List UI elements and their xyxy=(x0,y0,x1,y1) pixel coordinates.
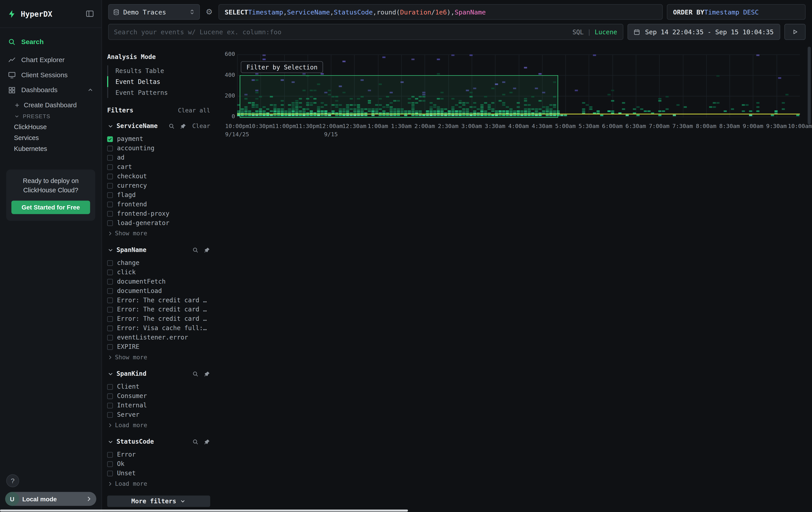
preset-clickhouse[interactable]: ClickHouse xyxy=(14,121,102,132)
run-query-button[interactable] xyxy=(784,24,806,40)
filter-checkbox-row-documentload[interactable]: documentLoad xyxy=(107,286,210,295)
help-button[interactable]: ? xyxy=(6,475,19,487)
show-more-link[interactable]: Show more xyxy=(107,352,210,362)
filter-checkbox-row-consumer[interactable]: Consumer xyxy=(107,392,210,401)
checkbox[interactable] xyxy=(107,393,113,399)
gear-icon[interactable]: ⚙ xyxy=(204,4,214,20)
search-icon[interactable] xyxy=(192,438,199,445)
filter-checkbox-row-internal[interactable]: Internal xyxy=(107,401,210,410)
search-icon[interactable] xyxy=(192,371,199,377)
analysis-mode-results-table[interactable]: Results Table xyxy=(107,65,210,76)
preset-kubernetes[interactable]: Kubernetes xyxy=(14,143,102,154)
checkbox[interactable] xyxy=(107,461,113,467)
pin-icon[interactable] xyxy=(203,438,210,445)
user-avatar[interactable]: U xyxy=(5,492,19,506)
pin-icon[interactable] xyxy=(203,246,210,253)
filter-group-title[interactable]: SpanKind xyxy=(117,370,187,378)
show-more-link[interactable]: Load more xyxy=(107,420,210,430)
filter-checkbox-row-load-generator[interactable]: load-generator xyxy=(107,218,210,227)
chevron-down-icon[interactable] xyxy=(107,123,114,129)
checkbox[interactable] xyxy=(107,201,113,207)
get-started-button[interactable]: Get Started for Free xyxy=(11,201,90,214)
filter-checkbox-row-click[interactable]: click xyxy=(107,268,210,277)
source-select[interactable]: Demo Traces xyxy=(108,4,200,20)
sidebar-item-search[interactable]: Search xyxy=(0,34,102,49)
sidebar-item-chart-explorer[interactable]: Chart Explorer xyxy=(0,52,102,68)
horizontal-scrollbar-thumb[interactable] xyxy=(0,510,408,512)
filter-checkbox-row-ok[interactable]: Ok xyxy=(107,459,210,468)
clear-group-link[interactable]: Clear xyxy=(192,123,210,130)
checkbox[interactable] xyxy=(107,452,113,457)
checkbox[interactable] xyxy=(107,384,113,389)
pin-icon[interactable] xyxy=(180,123,186,129)
sql-select-input[interactable]: SELECT Timestamp, ServiceName, StatusCod… xyxy=(219,4,663,20)
filter-group-title[interactable]: SpanName xyxy=(117,246,187,253)
checkbox[interactable] xyxy=(107,470,113,476)
analysis-mode-event-patterns[interactable]: Event Patterns xyxy=(107,87,210,98)
chevron-down-icon[interactable] xyxy=(107,371,114,377)
checkbox[interactable] xyxy=(107,306,113,312)
filter-checkbox-row-ad[interactable]: ad xyxy=(107,153,210,162)
checkbox[interactable] xyxy=(107,402,113,408)
checkbox[interactable] xyxy=(107,279,113,285)
lucene-toggle[interactable]: Lucene xyxy=(595,28,617,36)
checkbox[interactable] xyxy=(107,325,113,331)
filter-checkbox-row-change[interactable]: change xyxy=(107,258,210,268)
checkbox[interactable] xyxy=(107,344,113,350)
clear-all-link[interactable]: Clear all xyxy=(178,107,210,114)
filter-checkbox-row-expire[interactable]: EXPIRE xyxy=(107,342,210,351)
filter-group-title[interactable]: StatusCode xyxy=(117,438,187,446)
filter-checkbox-row-server[interactable]: Server xyxy=(107,410,210,420)
filter-checkbox-row-error[interactable]: Error xyxy=(107,450,210,459)
search-icon[interactable] xyxy=(192,246,199,253)
filter-checkbox-row-currency[interactable]: currency xyxy=(107,181,210,190)
filter-checkbox-row-frontend-proxy[interactable]: frontend-proxy xyxy=(107,209,210,218)
filter-by-selection-button[interactable]: Filter by Selection xyxy=(241,61,323,73)
sql-toggle[interactable]: SQL xyxy=(573,28,584,36)
pin-icon[interactable] xyxy=(203,371,210,377)
order-by-input[interactable]: ORDER BY Timestamp DESC xyxy=(667,4,806,20)
filter-checkbox-row-error-the-credit-card[interactable]: Error: The credit card (… xyxy=(107,314,210,323)
checkbox[interactable] xyxy=(107,269,113,275)
checkbox[interactable] xyxy=(107,220,113,226)
checkbox[interactable] xyxy=(107,192,113,198)
checkbox[interactable] xyxy=(107,164,113,170)
filter-checkbox-row-error-the-credit-card[interactable]: Error: The credit card (… xyxy=(107,305,210,314)
checkbox[interactable] xyxy=(107,183,113,189)
checkbox[interactable] xyxy=(107,155,113,161)
checkbox[interactable] xyxy=(107,334,113,340)
vertical-scrollbar-thumb[interactable] xyxy=(808,47,811,125)
more-filters-button[interactable]: More filters xyxy=(107,495,210,507)
show-more-link[interactable]: Show more xyxy=(107,228,210,238)
preset-services[interactable]: Services xyxy=(14,132,102,143)
filter-checkbox-row-eventlistener-error[interactable]: eventListener.error xyxy=(107,333,210,342)
checkbox[interactable] xyxy=(107,173,113,179)
sidebar-item-client-sessions[interactable]: Client Sessions xyxy=(0,68,102,83)
checkbox[interactable] xyxy=(107,316,113,322)
checkbox[interactable] xyxy=(107,211,113,217)
checkbox[interactable] xyxy=(107,297,113,303)
chevron-down-icon[interactable] xyxy=(107,246,114,253)
filter-checkbox-row-error-visa-cache-full[interactable]: Error: Visa cache full: … xyxy=(107,323,210,333)
filter-group-title[interactable]: ServiceName xyxy=(117,123,164,130)
chevron-down-icon[interactable] xyxy=(107,438,114,445)
local-mode-pill[interactable]: U Local mode xyxy=(5,492,96,506)
collapse-sidebar-icon[interactable] xyxy=(85,9,94,18)
filter-checkbox-row-accounting[interactable]: accounting xyxy=(107,143,210,153)
checkbox[interactable] xyxy=(107,145,113,151)
checkbox[interactable] xyxy=(107,412,113,417)
filter-checkbox-row-checkout[interactable]: checkout xyxy=(107,172,210,181)
checkbox[interactable] xyxy=(107,136,113,142)
filter-checkbox-row-frontend[interactable]: frontend xyxy=(107,199,210,209)
search-icon[interactable] xyxy=(169,123,175,129)
filter-checkbox-row-payment[interactable]: payment xyxy=(107,134,210,143)
checkbox[interactable] xyxy=(107,260,113,266)
search-input[interactable] xyxy=(109,28,573,36)
presets-toggle[interactable]: PRESETS xyxy=(14,111,102,121)
date-range-picker[interactable]: Sep 14 22:04:35 - Sep 15 10:04:35 xyxy=(628,24,780,40)
chart-selection-overlay[interactable] xyxy=(240,75,558,118)
checkbox[interactable] xyxy=(107,288,113,294)
filter-checkbox-row-unset[interactable]: Unset xyxy=(107,468,210,478)
create-dashboard-link[interactable]: Create Dashboard xyxy=(14,100,102,111)
filter-checkbox-row-documentfetch[interactable]: documentFetch xyxy=(107,277,210,286)
